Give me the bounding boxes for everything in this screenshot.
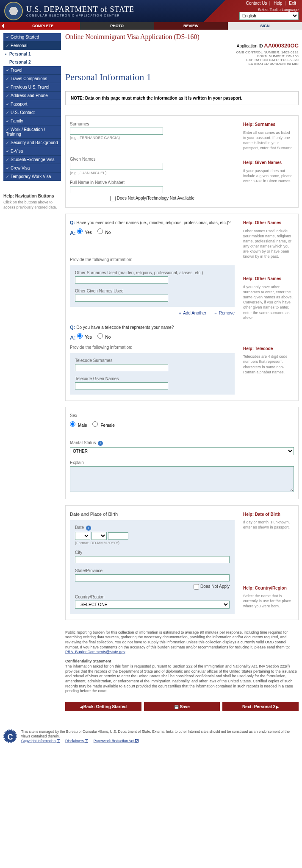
country-label: Country/Region	[75, 595, 230, 599]
state-dna-checkbox[interactable]	[194, 584, 199, 590]
help-country-title: Help: Country/Region	[243, 585, 294, 591]
other-names-q: Have you ever used other names (i.e., ma…	[76, 220, 230, 225]
state-dna-label: Does Not Apply	[200, 584, 230, 589]
appid-label: Application ID	[237, 44, 263, 48]
help-dob-body: If day or month is unknown, enter as sho…	[243, 520, 290, 529]
lang-label: Select Tooltip Language	[239, 8, 299, 12]
progress-tabs: COMPLETE PHOTO REVIEW SIGN	[0, 22, 302, 30]
state-input[interactable]	[75, 574, 230, 581]
footer-pra[interactable]: Paperwork Reduction Act ↗	[94, 739, 139, 743]
tele-given-input[interactable]	[75, 382, 168, 389]
dob-year-input[interactable]	[108, 532, 128, 540]
other-given-input[interactable]	[75, 295, 168, 302]
nav-personal-2[interactable]: Personal 2	[3, 58, 61, 66]
given-hint: (e.g., JUAN MIGUEL)	[70, 171, 235, 175]
info-icon[interactable]: i	[86, 526, 91, 531]
tab-review[interactable]: REVIEW	[154, 22, 228, 30]
tele-no-radio[interactable]	[97, 333, 103, 339]
burden-email[interactable]: PRA_BurdenComments@state.gov	[65, 650, 125, 654]
native-na-label: Does Not Apply/Technology Not Available	[117, 196, 194, 200]
nav-travel[interactable]: Travel	[3, 66, 61, 75]
footer-disclaimers[interactable]: Disclaimers ↗	[65, 739, 88, 743]
tab-complete[interactable]: COMPLETE	[0, 22, 80, 30]
marital-select[interactable]: OTHER	[70, 447, 294, 455]
dob-section-title: Date and Place of Birth	[70, 512, 235, 517]
add-another-link[interactable]: ＋ Add Another	[178, 311, 206, 315]
nav-personal[interactable]: Personal	[3, 42, 61, 50]
nav-personal-1[interactable]: Personal 1	[3, 50, 61, 58]
native-input[interactable]	[70, 186, 163, 193]
appid-value: AA000320OC	[264, 42, 299, 49]
help-other2-title: Help: Other Names	[243, 276, 294, 282]
help-other-body: Other names used include your maiden nam…	[243, 229, 291, 259]
nav-temp-work[interactable]: Temporary Work Visa	[3, 172, 61, 181]
marital-label: Marital Status	[70, 440, 96, 445]
nav-passport[interactable]: Passport	[3, 100, 61, 108]
provide-label: Provide the following information:	[70, 257, 235, 262]
city-input[interactable]	[75, 556, 230, 563]
tele-sur-label: Telecode Surnames	[75, 358, 230, 363]
tele-sur-input[interactable]	[75, 364, 168, 371]
native-na-checkbox[interactable]	[110, 196, 116, 201]
dob-day-select[interactable]	[75, 532, 90, 540]
nav-student-exchange[interactable]: Student/Exchange Visa	[3, 156, 61, 164]
link-help[interactable]: Help	[271, 1, 285, 6]
nav-family[interactable]: Family	[3, 117, 61, 125]
tab-photo[interactable]: PHOTO	[80, 22, 154, 30]
link-exit[interactable]: Exit	[286, 1, 299, 6]
nav-evisa[interactable]: E-Visa	[3, 147, 61, 156]
dept-subtitle: CONSULAR ELECTRONIC APPLICATION CENTER	[26, 14, 134, 17]
save-button[interactable]: Save	[144, 702, 220, 711]
nav-getting-started[interactable]: Getting Started	[3, 33, 61, 42]
other-no-radio[interactable]	[97, 228, 103, 234]
nav-previous-travel[interactable]: Previous U.S. Travel	[3, 83, 61, 92]
tele-yes-radio[interactable]	[77, 333, 83, 339]
nav-companions[interactable]: Travel Companions	[3, 75, 61, 83]
remove-link[interactable]: － Remove	[213, 311, 235, 315]
given-label: Given Names	[70, 157, 235, 161]
other-sur-input[interactable]	[75, 276, 168, 284]
help-tele-title: Help: Telecode	[243, 346, 294, 352]
date-hint: (Format: DD-MMM-YYYY)	[75, 541, 230, 545]
surnames-hint: (e.g., FERNANDEZ GARCIA)	[70, 136, 235, 140]
surnames-input[interactable]	[70, 128, 163, 135]
other-yes-radio[interactable]	[77, 228, 83, 234]
footer-text: This site is managed by the Bureau of Co…	[21, 729, 299, 739]
date-label: Date	[75, 525, 84, 530]
other-given-label: Other Given Names Used	[75, 289, 230, 293]
nav-us-contact[interactable]: U.S. Contact	[3, 108, 61, 117]
app-header: U.S. DEPARTMENT of STATE CONSULAR ELECTR…	[0, 0, 302, 22]
main-content: Online Nonimmigrant Visa Application (DS…	[65, 33, 299, 711]
dept-title: U.S. DEPARTMENT of STATE	[26, 5, 134, 14]
footer-badge-icon: C	[3, 729, 17, 743]
dob-month-select[interactable]	[91, 532, 107, 540]
tab-sign[interactable]: SIGN	[228, 22, 302, 30]
nav-address-phone[interactable]: Address and Phone	[3, 92, 61, 100]
next-button[interactable]: Next: Personal 2	[222, 702, 299, 711]
back-button[interactable]: Back: Getting Started	[65, 702, 141, 711]
conf-body: The information asked for on this form i…	[65, 664, 299, 694]
city-label: City	[75, 550, 230, 555]
given-input[interactable]	[70, 163, 163, 170]
section-title: Personal Information 1	[65, 72, 299, 83]
footer-copyright[interactable]: Copyright Information ↗	[21, 739, 60, 743]
nav-help-body: Click on the buttons above to access pre…	[3, 200, 61, 210]
sex-female-radio[interactable]	[92, 421, 98, 427]
nav-work-education[interactable]: Work / Education / Training	[3, 125, 61, 139]
sidebar: Getting Started Personal Personal 1 Pers…	[3, 33, 61, 711]
country-select[interactable]: - SELECT ONE -	[75, 601, 230, 609]
lang-select[interactable]: English	[239, 12, 299, 20]
sex-male-radio[interactable]	[70, 421, 75, 427]
explain-textarea[interactable]	[70, 466, 294, 492]
meta-exp: EXPIRATION DATE: 11/30/2020	[65, 58, 299, 62]
page-title: Online Nonimmigrant Visa Application (DS…	[65, 33, 299, 41]
help-other2-body: If you only have other surnames to enter…	[243, 285, 293, 320]
other-sur-label: Other Surnames Used (maiden, religious, …	[75, 270, 230, 275]
info-icon[interactable]: i	[98, 441, 103, 446]
help-given-body: If your passport does not include a give…	[243, 169, 293, 183]
nav-crew-visa[interactable]: Crew Visa	[3, 164, 61, 172]
nav-security[interactable]: Security and Background	[3, 139, 61, 147]
link-contact[interactable]: Contact Us	[244, 1, 270, 6]
burden-text: Public reporting burden for this collect…	[65, 630, 290, 649]
explain-label: Explain	[70, 460, 294, 465]
